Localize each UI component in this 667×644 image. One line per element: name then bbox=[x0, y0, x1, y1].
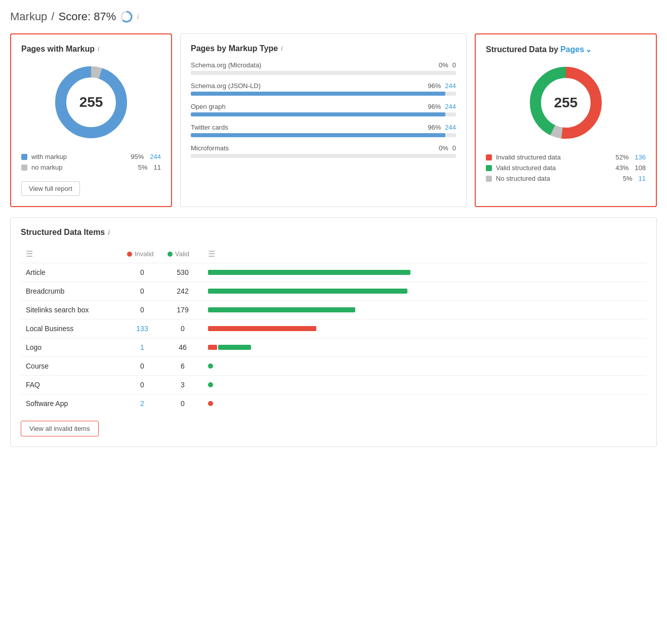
row-invalid-course: 0 bbox=[122, 357, 162, 376]
invalid-structured-label: Invalid structured data bbox=[496, 153, 611, 161]
no-structured-pct: 5% bbox=[623, 175, 633, 182]
structured-center: 255 bbox=[554, 95, 578, 111]
row-name-breadcrumb: Breadcrumb bbox=[21, 282, 122, 301]
row-invalid-localbusiness[interactable]: 133 bbox=[122, 319, 162, 338]
markup-type-twitter: Twitter cards 96% 244 bbox=[191, 124, 456, 137]
opengraph-label: Open graph bbox=[191, 103, 226, 110]
no-markup-count: 11 bbox=[154, 164, 161, 171]
table-body: Article 0 530 Breadcrumb 0 242 bbox=[21, 263, 646, 413]
markup-type-jsonld: Schema.org (JSON-LD) 96% 244 bbox=[191, 82, 456, 96]
row-bar-faq bbox=[203, 376, 646, 394]
no-structured-dot bbox=[486, 176, 492, 182]
no-structured-count[interactable]: 11 bbox=[639, 175, 646, 182]
structured-donut-container: 255 bbox=[486, 62, 646, 143]
pages-with-markup-card: Pages with Markup i 255 with markup bbox=[10, 33, 172, 207]
row-bar-article bbox=[203, 263, 646, 282]
structured-items-title: Structured Data Items i bbox=[21, 228, 646, 237]
pages-markup-donut-container: 255 bbox=[21, 62, 161, 143]
structured-legend: Invalid structured data 52% 136 Valid st… bbox=[486, 153, 646, 182]
invalid-structured-count[interactable]: 136 bbox=[635, 153, 646, 161]
no-markup-dot bbox=[21, 165, 27, 171]
separator: / bbox=[51, 10, 54, 23]
microdata-count: 0 bbox=[452, 61, 456, 69]
pages-markup-donut: 255 bbox=[51, 62, 132, 143]
structured-items-info-icon[interactable]: i bbox=[108, 228, 110, 236]
row-valid-article: 530 bbox=[162, 263, 203, 282]
structured-donut: 255 bbox=[525, 62, 606, 143]
cards-row: Pages with Markup i 255 with markup bbox=[10, 33, 657, 207]
row-bar-softwareapp bbox=[203, 394, 646, 413]
view-all-invalid-button[interactable]: View all invalid items bbox=[21, 421, 99, 436]
row-name-course: Course bbox=[21, 357, 122, 376]
microformats-label: Microformats bbox=[191, 144, 229, 152]
softwareapp-dot bbox=[208, 401, 213, 406]
row-invalid-article: 0 bbox=[122, 263, 162, 282]
row-name-sitelinks: Sitelinks search box bbox=[21, 301, 122, 319]
row-valid-faq: 3 bbox=[162, 376, 203, 394]
legend-valid-structured: Valid structured data 43% 108 bbox=[486, 164, 646, 172]
no-structured-label: No structured data bbox=[496, 175, 619, 182]
row-invalid-logo[interactable]: 1 bbox=[122, 338, 162, 357]
markup-type-microformats: Microformats 0% 0 bbox=[191, 144, 456, 158]
view-full-report-button[interactable]: View full report bbox=[21, 181, 80, 196]
row-bar-breadcrumb bbox=[203, 282, 646, 301]
sort-icon[interactable]: ☰ bbox=[208, 250, 215, 258]
row-invalid-faq: 0 bbox=[122, 376, 162, 394]
pages-by-type-card: Pages by Markup Type i Schema.org (Micro… bbox=[180, 33, 467, 207]
th-valid: Valid bbox=[162, 245, 203, 263]
table-row: Breadcrumb 0 242 bbox=[21, 282, 646, 301]
structured-items-table: ☰ Invalid Valid ☰ bbox=[21, 245, 646, 413]
pages-by-type-info-icon[interactable]: i bbox=[281, 45, 282, 52]
breadcrumb-markup: Markup bbox=[10, 10, 47, 23]
course-dot bbox=[208, 364, 213, 369]
twitter-pct: 96% bbox=[428, 124, 441, 131]
microdata-label: Schema.org (Microdata) bbox=[191, 61, 261, 69]
faq-dot bbox=[208, 382, 213, 387]
invalid-structured-dot bbox=[486, 154, 492, 160]
row-name-localbusiness: Local Business bbox=[21, 319, 122, 338]
header-info-icon[interactable]: i bbox=[137, 13, 139, 21]
row-valid-course: 6 bbox=[162, 357, 203, 376]
table-row: Local Business 133 0 bbox=[21, 319, 646, 338]
row-valid-sitelinks: 179 bbox=[162, 301, 203, 319]
pages-markup-info-icon[interactable]: i bbox=[98, 46, 99, 53]
opengraph-count[interactable]: 244 bbox=[445, 103, 456, 110]
row-invalid-softwareapp[interactable]: 2 bbox=[122, 394, 162, 413]
table-header-row: ☰ Invalid Valid ☰ bbox=[21, 245, 646, 263]
row-bar-course bbox=[203, 357, 646, 376]
legend-no-markup: no markup 5% 11 bbox=[21, 164, 161, 171]
jsonld-count[interactable]: 244 bbox=[445, 82, 456, 90]
filter-icon[interactable]: ☰ bbox=[26, 250, 33, 258]
structured-data-items-section: Structured Data Items i ☰ Invalid Valid bbox=[10, 217, 657, 447]
microformats-pct: 0% bbox=[439, 144, 448, 152]
with-markup-pct: 95% bbox=[131, 153, 144, 160]
opengraph-pct: 96% bbox=[428, 103, 441, 110]
structured-by-prefix: Structured Data by bbox=[486, 45, 558, 54]
row-bar-sitelinks bbox=[203, 301, 646, 319]
row-valid-logo: 46 bbox=[162, 338, 203, 357]
table-row: Article 0 530 bbox=[21, 263, 646, 282]
twitter-label: Twitter cards bbox=[191, 124, 228, 131]
row-valid-localbusiness: 0 bbox=[162, 319, 203, 338]
pages-markup-center: 255 bbox=[79, 94, 103, 110]
valid-structured-count: 108 bbox=[635, 164, 646, 172]
th-invalid: Invalid bbox=[122, 245, 162, 263]
structured-by-dropdown[interactable]: Pages ⌄ bbox=[560, 45, 592, 54]
microformats-count: 0 bbox=[452, 144, 456, 152]
invalid-structured-pct: 52% bbox=[615, 153, 629, 161]
valid-structured-pct: 43% bbox=[615, 164, 629, 172]
with-markup-label: with markup bbox=[31, 153, 127, 160]
jsonld-label: Schema.org (JSON-LD) bbox=[191, 82, 261, 90]
row-invalid-sitelinks: 0 bbox=[122, 301, 162, 319]
chevron-down-icon: ⌄ bbox=[585, 45, 592, 54]
valid-dot-header bbox=[168, 252, 173, 257]
structured-data-by-card: Structured Data by Pages ⌄ bbox=[475, 33, 657, 207]
pages-markup-legend: with markup 95% 244 no markup 5% 11 bbox=[21, 153, 161, 171]
row-valid-breadcrumb: 242 bbox=[162, 282, 203, 301]
twitter-count[interactable]: 244 bbox=[445, 124, 456, 131]
row-name-logo: Logo bbox=[21, 338, 122, 357]
th-name: ☰ bbox=[21, 245, 122, 263]
with-markup-count[interactable]: 244 bbox=[150, 153, 161, 160]
pages-by-type-title: Pages by Markup Type i bbox=[191, 44, 456, 53]
table-row: FAQ 0 3 bbox=[21, 376, 646, 394]
